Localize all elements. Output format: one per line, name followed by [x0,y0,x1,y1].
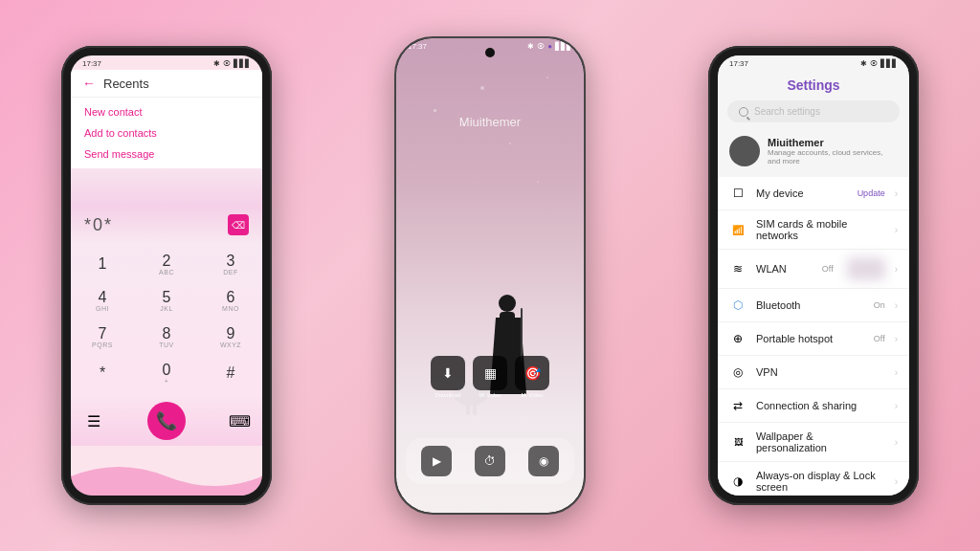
download-label: Download [435,392,461,398]
aod-text: Always-on display & Lock screen [756,470,885,493]
vpn-chevron-icon: › [895,367,898,378]
key-star[interactable]: * [78,356,126,390]
wlan-text: WLAN [756,263,813,275]
phone3-status-icons: ✱ ⦿ ▋▋▋ [860,59,898,68]
home-username: Miuithemer [396,115,584,129]
connection-text: Connection & sharing [756,400,885,411]
bluetooth-value: On [874,300,885,310]
key-1[interactable]: 1 [78,247,126,281]
wallpaper-chevron-icon: › [895,437,898,448]
keypad-row-3: 7PQRS 8TUV 9WXYZ [78,320,255,354]
phone1-options: New contact Add to contacts Send message [71,98,262,168]
mivideo-label: Mi Video [479,392,501,398]
hotspot-text: Portable hotspot [756,333,864,344]
account-info: Miuithemer Manage accounts, cloud servic… [768,137,898,165]
app-mi[interactable]: 🎯 Mi Video [515,356,549,398]
wlan-blurred-overlay [847,257,885,280]
search-icon [739,107,748,117]
vpn-text: VPN [756,366,885,378]
home-wallpaper: 17:37 ✱ ⦿ ● ▋▋▋ Miuithemer [396,38,584,513]
delete-button[interactable]: ⌫ [228,214,249,235]
settings-item-wlan[interactable]: ≋ WLAN Off › [718,250,909,289]
settings-item-connection[interactable]: ⇄ Connection & sharing › [718,389,909,423]
wallpaper-icon: 🖼 [729,433,746,451]
key-0[interactable]: 0+ [143,356,190,390]
key-5[interactable]: 5JKL [143,283,190,318]
search-bar[interactable]: Search settings [727,100,900,122]
dialer-number: *0* [84,215,113,235]
settings-section-main: ☐ My device Update › 📶 SIM cards & mobil… [718,177,909,496]
recents-title: Recents [103,77,149,91]
phone1-screen: 17:37 ✱ ⦿ ▋▋▋ ← Recents New contact Add … [71,55,262,496]
settings-title: Settings [718,70,909,97]
bluetooth-chevron-icon: › [895,300,898,311]
dialer-display: *0* ⌫ [71,207,262,243]
phone1-status-bar: 17:37 ✱ ⦿ ▋▋▋ [71,55,262,70]
phone2-frame: 17:37 ✱ ⦿ ● ▋▋▋ Miuithemer [394,36,586,515]
home-dock: ▶ ⏱ ◉ [406,438,574,484]
key-3[interactable]: 3DEF [207,247,255,281]
key-6[interactable]: 6MNO [207,283,255,318]
wlan-value: Off [822,264,834,274]
new-contact-link[interactable]: New contact [71,101,262,122]
svg-point-5 [499,295,516,312]
connection-icon: ⇄ [729,397,746,414]
connection-chevron-icon: › [895,401,898,411]
settings-item-hotspot[interactable]: ⊕ Portable hotspot Off › [718,322,909,356]
phone2-status-icons: ✱ ⦿ ● ▋▋▋ [527,42,572,51]
settings-item-bluetooth[interactable]: ⬡ Bluetooth On › [718,289,909,322]
phone1-time: 17:37 [82,59,101,68]
back-button[interactable]: ← [82,76,96,91]
account-name: Miuithemer [768,137,898,148]
phone3-screen: 17:37 ✱ ⦿ ▋▋▋ Settings Search settings M… [718,55,909,496]
mydevice-text: My device [756,187,848,199]
settings-item-sim[interactable]: 📶 SIM cards & mobile networks › [718,210,909,250]
sim-text: SIM cards & mobile networks [756,218,885,241]
wlan-icon: ≋ [729,260,746,277]
dock-timer-icon[interactable]: ⏱ [475,446,505,476]
mi-label: Mi Video [521,392,543,398]
sim-chevron-icon: › [895,225,898,235]
key-hash[interactable]: # [207,356,255,390]
keypad: 1 2ABC 3DEF 4GHI 5JKL 6MNO 7PQRS 8TUV 9W… [71,243,262,396]
menu-icon[interactable]: ☰ [78,406,109,436]
settings-item-wallpaper[interactable]: 🖼 Wallpaper & personalization › [718,423,909,462]
wlan-chevron-icon: › [895,264,898,275]
keypad-icon[interactable]: ⌨ [224,406,255,436]
phone1-spacer [71,168,262,207]
keypad-row-1: 1 2ABC 3DEF [78,247,255,281]
keypad-row-4: * 0+ # [78,356,255,390]
download-icon: ⬇ [431,356,465,390]
app-mivideo[interactable]: ▦ Mi Video [473,356,507,398]
mydevice-chevron-icon: › [895,188,898,199]
settings-item-vpn[interactable]: ◎ VPN › [718,356,909,389]
app-download[interactable]: ⬇ Download [431,356,465,398]
update-badge: Update [858,188,885,198]
account-row[interactable]: Miuithemer Manage accounts, cloud servic… [718,128,909,174]
add-to-contacts-link[interactable]: Add to contacts [71,122,262,143]
settings-item-mydevice[interactable]: ☐ My device Update › [718,177,909,210]
key-9[interactable]: 9WXYZ [207,320,255,354]
call-button[interactable]: 📞 [147,402,186,440]
key-7[interactable]: 7PQRS [78,320,126,354]
account-description: Manage accounts, cloud services, and mor… [768,148,898,165]
search-placeholder: Search settings [754,106,820,117]
mi-icon: 🎯 [515,356,549,390]
vpn-icon: ◎ [729,364,746,381]
home-apps-row: ⬇ Download ▦ Mi Video 🎯 Mi Video [396,356,584,398]
dock-home-icon[interactable]: ◉ [528,446,559,476]
home-silhouette [452,260,528,436]
bluetooth-text: Bluetooth [756,299,864,311]
key-2[interactable]: 2ABC [143,247,190,281]
settings-item-aod[interactable]: ◑ Always-on display & Lock screen › [718,462,909,496]
phone3-time: 17:37 [729,59,748,68]
phone3-status-bar: 17:37 ✱ ⦿ ▋▋▋ [718,55,909,70]
hotspot-chevron-icon: › [895,334,898,344]
key-4[interactable]: 4GHI [78,283,126,318]
phone2-camera [485,48,495,57]
phone1-frame: 17:37 ✱ ⦿ ▋▋▋ ← Recents New contact Add … [61,46,272,505]
dock-play-icon[interactable]: ▶ [421,446,452,476]
send-message-link[interactable]: Send message [71,143,262,165]
hotspot-icon: ⊕ [729,330,746,347]
key-8[interactable]: 8TUV [143,320,190,354]
